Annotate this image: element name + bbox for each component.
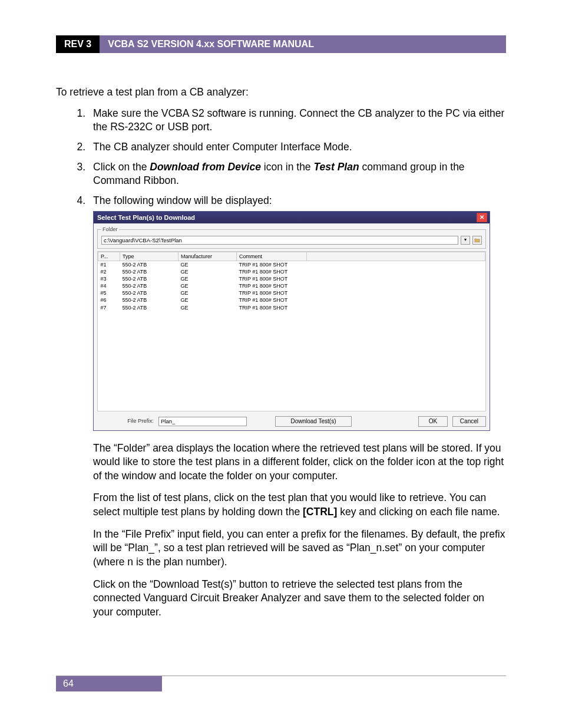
cell-type: 550-2 ATB bbox=[120, 282, 178, 289]
table-row[interactable]: #3550-2 ATBGETRIP #1 800# SHOT bbox=[98, 275, 485, 282]
step-1: Make sure the VCBA S2 software is runnin… bbox=[88, 107, 506, 134]
cell-type: 550-2 ATB bbox=[120, 275, 178, 282]
file-prefix-input[interactable] bbox=[158, 417, 247, 426]
rev-badge: REV 3 bbox=[56, 35, 100, 53]
cell-comment: TRIP #1 800# SHOT bbox=[237, 297, 307, 304]
cell-p: #2 bbox=[98, 268, 120, 275]
cell-p: #5 bbox=[98, 289, 120, 297]
cell-p: #3 bbox=[98, 275, 120, 282]
col-header-p[interactable]: P... bbox=[98, 252, 120, 261]
cell-mfg: GE bbox=[178, 275, 237, 282]
cell-mfg: GE bbox=[178, 282, 237, 289]
cell-mfg: GE bbox=[178, 289, 237, 297]
after-p2: From the list of test plans, click on th… bbox=[93, 491, 506, 519]
page-footer: 64 bbox=[56, 676, 506, 691]
intro-text: To retrieve a test plan from a CB analyz… bbox=[56, 85, 506, 100]
cell-p: #4 bbox=[98, 282, 120, 289]
step-4-text: The following window will be displayed: bbox=[93, 195, 272, 206]
after-p2-c: key and clicking on each file name. bbox=[337, 506, 500, 518]
page-number: 64 bbox=[56, 676, 162, 691]
cell-comment: TRIP #1 800# SHOT bbox=[237, 289, 307, 297]
steps-list: Make sure the VCBA S2 software is runnin… bbox=[56, 107, 506, 620]
cell-comment: TRIP #1 800# SHOT bbox=[237, 304, 307, 311]
after-p4: Click on the “Download Test(s)” button t… bbox=[93, 578, 506, 620]
cell-type: 550-2 ATB bbox=[120, 289, 178, 297]
folder-dropdown-button[interactable]: ▾ bbox=[461, 236, 470, 245]
dialog-titlebar: Select Test Plan(s) to Download ✕ bbox=[94, 212, 490, 223]
close-icon: ✕ bbox=[480, 215, 484, 220]
folder-path-input[interactable] bbox=[101, 236, 458, 245]
cell-type: 550-2 ATB bbox=[120, 268, 178, 275]
cell-type: 550-2 ATB bbox=[120, 297, 178, 304]
cell-comment: TRIP #1 800# SHOT bbox=[237, 261, 307, 268]
cell-comment: TRIP #1 800# SHOT bbox=[237, 282, 307, 289]
chevron-down-icon: ▾ bbox=[464, 237, 467, 243]
step-4: The following window will be displayed: … bbox=[88, 194, 506, 620]
document-header: REV 3 VCBA S2 VERSION 4.xx SOFTWARE MANU… bbox=[56, 35, 506, 53]
step-3: Click on the Download from Device icon i… bbox=[88, 160, 506, 188]
cell-comment: TRIP #1 800# SHOT bbox=[237, 268, 307, 275]
table-row[interactable]: #1550-2 ATBGETRIP #1 800# SHOT bbox=[98, 261, 485, 268]
table-row[interactable]: #5550-2 ATBGETRIP #1 800# SHOT bbox=[98, 289, 485, 297]
table-row[interactable]: #2550-2 ATBGETRIP #1 800# SHOT bbox=[98, 268, 485, 275]
table-row[interactable]: #6550-2 ATBGETRIP #1 800# SHOT bbox=[98, 297, 485, 304]
col-header-comment[interactable]: Comment bbox=[237, 252, 307, 261]
table-row[interactable]: #4550-2 ATBGETRIP #1 800# SHOT bbox=[98, 282, 485, 289]
doc-title: VCBA S2 VERSION 4.xx SOFTWARE MANUAL bbox=[100, 35, 506, 53]
after-p2-ctrl: [CTRL] bbox=[303, 506, 337, 518]
cell-p: #6 bbox=[98, 297, 120, 304]
browse-folder-button[interactable] bbox=[472, 236, 482, 245]
file-prefix-label: File Prefix: bbox=[97, 417, 154, 425]
step-3-part-c: icon in the bbox=[261, 161, 314, 173]
cell-type: 550-2 ATB bbox=[120, 304, 178, 311]
cell-mfg: GE bbox=[178, 261, 237, 268]
col-header-spacer bbox=[307, 252, 485, 261]
step-3-download-from-device: Download from Device bbox=[150, 161, 261, 173]
cell-p: #1 bbox=[98, 261, 120, 268]
after-p1: The “Folder” area displays the location … bbox=[93, 442, 506, 483]
cell-mfg: GE bbox=[178, 304, 237, 311]
dialog-title: Select Test Plan(s) to Download bbox=[97, 213, 477, 222]
download-tests-button[interactable]: Download Test(s) bbox=[275, 416, 352, 427]
close-button[interactable]: ✕ bbox=[477, 213, 487, 222]
cancel-button[interactable]: Cancel bbox=[452, 416, 486, 427]
table-row[interactable]: #7550-2 ATBGETRIP #1 800# SHOT bbox=[98, 304, 485, 311]
col-header-manufacturer[interactable]: Manufacturer bbox=[178, 252, 237, 261]
folder-legend: Folder bbox=[101, 226, 119, 233]
cell-p: #7 bbox=[98, 304, 120, 311]
step-3-part-a: Click on the bbox=[93, 161, 150, 173]
cell-comment: TRIP #1 800# SHOT bbox=[237, 275, 307, 282]
test-plan-grid[interactable]: P... Type Manufacturer Comment #1550-2 A… bbox=[97, 251, 486, 411]
cell-mfg: GE bbox=[178, 297, 237, 304]
after-p3: In the “File Prefix” input field, you ca… bbox=[93, 528, 506, 569]
select-test-plans-dialog: Select Test Plan(s) to Download ✕ Folder… bbox=[93, 211, 490, 430]
step-3-test-plan: Test Plan bbox=[313, 161, 359, 173]
step-2: The CB analyzer should enter Computer In… bbox=[88, 140, 506, 154]
cell-type: 550-2 ATB bbox=[120, 261, 178, 268]
folder-fieldset: Folder ▾ bbox=[97, 226, 486, 248]
ok-button[interactable]: OK bbox=[418, 416, 448, 427]
cell-mfg: GE bbox=[178, 268, 237, 275]
col-header-type[interactable]: Type bbox=[120, 252, 178, 261]
folder-icon bbox=[474, 238, 480, 243]
